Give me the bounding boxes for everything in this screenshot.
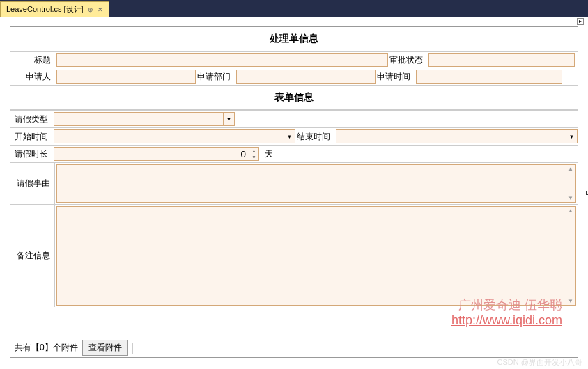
status-label: 审批状态: [389, 54, 427, 66]
form-container: 处理单信息 标题 审批状态 申请人 申请部门 申请时间 表单信息 请假类型 ▼ …: [10, 26, 578, 358]
pin-icon[interactable]: ⊕: [88, 7, 93, 13]
tab-title: LeaveControl.cs [设计]: [6, 4, 84, 15]
tab-bar: LeaveControl.cs [设计] ⊕ ✕: [0, 0, 588, 17]
attachment-footer: 共有【0】个附件 查看附件: [10, 338, 578, 357]
scroll-down-icon: ▼: [568, 195, 575, 201]
scroll-down-icon: ▼: [568, 298, 575, 304]
chevron-down-icon[interactable]: ▼: [284, 130, 295, 143]
close-icon[interactable]: ✕: [98, 7, 103, 13]
reason-label: 请假事由: [10, 163, 55, 204]
chevron-down-icon[interactable]: ▼: [223, 113, 234, 125]
section-title-process: 处理单信息: [10, 27, 578, 52]
dept-label: 申请部门: [197, 71, 235, 83]
document-tab[interactable]: LeaveControl.cs [设计] ⊕ ✕: [0, 1, 109, 17]
spinner-up-icon[interactable]: ▲: [249, 148, 258, 154]
dept-input[interactable]: [236, 70, 376, 84]
status-input[interactable]: [428, 53, 575, 67]
duration-spinner[interactable]: ▲ ▼: [54, 147, 259, 161]
end-time-label: 结束时间: [297, 131, 334, 143]
csdn-credit: CSDN @界面开发小八哥: [497, 357, 582, 368]
duration-input[interactable]: [54, 148, 249, 160]
scroll-up-icon: ▲: [568, 207, 575, 214]
end-time-dropdown[interactable]: ▼: [336, 129, 578, 143]
apply-time-input[interactable]: [416, 70, 562, 84]
attachment-count: 共有【0】个附件: [15, 342, 78, 354]
remark-label: 备注信息: [10, 205, 55, 307]
title-label: 标题: [13, 54, 55, 66]
watermark-url: http://www.iqidi.com: [451, 313, 562, 328]
spinner-down-icon[interactable]: ▼: [249, 154, 258, 160]
start-time-dropdown[interactable]: ▼: [54, 129, 295, 143]
chevron-down-icon[interactable]: ▼: [566, 130, 577, 143]
start-time-input[interactable]: [54, 130, 284, 143]
leave-type-input[interactable]: [54, 113, 223, 125]
scroll-up-icon: ▲: [568, 166, 575, 172]
end-time-input[interactable]: [336, 130, 566, 143]
duration-label: 请假时长: [10, 148, 52, 160]
remark-textarea[interactable]: [56, 206, 576, 306]
apply-time-label: 申请时间: [377, 71, 415, 83]
view-attachment-button[interactable]: 查看附件: [82, 340, 128, 356]
applicant-label: 申请人: [13, 71, 55, 83]
start-time-label: 开始时间: [10, 131, 52, 143]
applicant-input[interactable]: [56, 70, 196, 84]
title-input[interactable]: [56, 53, 388, 67]
reason-textarea[interactable]: [56, 164, 576, 203]
overflow-indicator-icon[interactable]: ▸: [577, 18, 584, 25]
section-title-form: 表单信息: [10, 85, 578, 110]
designer-canvas: ▸ 处理单信息 标题 审批状态 申请人 申请部门 申请时间 表单信息 请假类型 …: [0, 17, 588, 369]
leave-type-label: 请假类型: [10, 113, 52, 125]
duration-unit: 天: [261, 148, 277, 160]
separator: [132, 343, 134, 354]
leave-type-dropdown[interactable]: ▼: [54, 112, 235, 126]
